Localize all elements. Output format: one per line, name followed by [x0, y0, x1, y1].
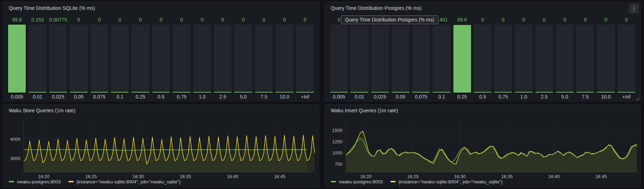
- series-area: [346, 138, 637, 172]
- legend-label[interactable]: nwaku-postgres:8003: [339, 179, 383, 184]
- insert-queries-chart: 75010001250150016:2016:2516:3016:3516:40…: [325, 105, 640, 187]
- panel-waku-store-queries: Waku Store Queries (1m rate) 3000400016:…: [3, 104, 319, 187]
- legend-swatch-yellow: [390, 181, 396, 182]
- bucket-label: 10.0: [275, 93, 293, 100]
- histogram-bar-column: 00.75: [494, 15, 512, 100]
- bucket-label: 0.05: [70, 93, 87, 100]
- legend-label[interactable]: nwaku-postgres:8003: [17, 179, 61, 184]
- x-tick-label: 16:40: [227, 174, 239, 179]
- histogram-bar-column: 05.0: [234, 15, 252, 100]
- histogram-bar-column: 99.60.25: [453, 15, 471, 100]
- histogram-bar-column: 00.75: [173, 15, 190, 100]
- bucket-label: 0.25: [131, 93, 149, 100]
- bar-track: [351, 25, 368, 93]
- bar-track: [70, 25, 87, 93]
- bar-value-label: 0: [91, 15, 108, 25]
- legend: nwaku-postgres:8003 {instance="nwaku-sql…: [9, 178, 181, 185]
- histogram-bar-column: 00.025: [371, 15, 389, 100]
- bar-track: [8, 25, 26, 93]
- x-tick-label: 16:40: [548, 174, 560, 179]
- bar-track: [576, 25, 594, 93]
- bar-value-label: 0: [193, 15, 211, 25]
- bucket-label: 0.025: [371, 93, 389, 100]
- legend-item-sqlite[interactable]: {instance="nwaku-sqlite:8004", job="nwak…: [390, 179, 502, 184]
- bucket-label: 2.5: [535, 93, 553, 100]
- bar-track: [111, 25, 129, 93]
- bar-track: [535, 25, 553, 93]
- histogram-bar-column: 00.005: [330, 15, 348, 100]
- bucket-label: 1.0: [193, 93, 211, 100]
- bar-track: [618, 25, 635, 93]
- store-queries-chart: 3000400016:2016:2516:3016:3516:4016:45: [3, 105, 319, 187]
- bucket-label: 7.5: [255, 93, 273, 100]
- histogram-bar-column: 00.05: [70, 15, 87, 100]
- bar-track: [91, 25, 108, 93]
- bucket-label: 0.75: [173, 93, 190, 100]
- panel-resize-handle[interactable]: [636, 97, 639, 100]
- bar-value-label: 0: [214, 15, 231, 25]
- bar-value-label: 0: [296, 15, 314, 25]
- bar-value-label: 0: [576, 15, 594, 25]
- x-tick-label: 16:35: [501, 174, 513, 179]
- histogram-bar-column: 010.0: [275, 15, 293, 100]
- bucket-label: 1.0: [515, 93, 532, 100]
- bucket-label: 5.0: [234, 93, 252, 100]
- y-tick-label: 1000: [332, 150, 342, 156]
- bar-value-label: 0: [618, 15, 635, 25]
- bar-value-label: 0.153: [29, 15, 46, 25]
- bar-track: [474, 25, 491, 93]
- bar-track: [234, 25, 252, 93]
- bar-value-label: 0: [556, 15, 574, 25]
- histogram-bar-column: 02.5: [535, 15, 553, 100]
- bar-value-label: 0: [474, 15, 491, 25]
- panel-query-time-postgres: Query Time Distribution Postgres (% ms) …: [325, 2, 640, 101]
- histogram-bar-column: 00.1: [111, 15, 129, 100]
- bucket-label: 0.5: [474, 93, 491, 100]
- panel-menu-button[interactable]: [629, 4, 639, 13]
- histogram-bar-column: 07.5: [255, 15, 273, 100]
- panel-title-sqlite[interactable]: Query Time Distribution SQLite (% ms): [3, 2, 319, 14]
- bar-track: [152, 25, 170, 93]
- legend-label[interactable]: {instance="nwaku-sqlite:8004", job="nwak…: [76, 179, 180, 184]
- bar-track: [296, 25, 314, 93]
- legend-item-postgres[interactable]: nwaku-postgres:8003: [331, 179, 383, 184]
- y-tick-label: 1250: [332, 139, 342, 144]
- bucket-label: 7.5: [576, 93, 594, 100]
- histogram-bar-column: 99.80.005: [8, 15, 26, 100]
- bar-value-label: 0: [275, 15, 293, 25]
- bar-value-label: 0: [515, 15, 532, 25]
- dashboard: Query Time Distribution SQLite (% ms) 99…: [0, 0, 644, 189]
- bar-value-label: 0: [152, 15, 170, 25]
- x-tick-label: 16:45: [274, 174, 286, 179]
- histogram-bar-column: 0.007750.025: [49, 15, 67, 100]
- panel-title-postgres[interactable]: Query Time Distribution Postgres (% ms): [325, 2, 640, 14]
- bar-track: [255, 25, 273, 93]
- time-series-plot: 3000400016:2016:2516:3016:3516:4016:45: [3, 105, 320, 188]
- bucket-label: 0.1: [111, 93, 129, 100]
- histogram-bar-column: 0.1530.01: [29, 15, 46, 100]
- legend-label[interactable]: {instance="nwaku-sqlite:8004", job="nwak…: [398, 179, 502, 184]
- bucket-label: 0.75: [494, 93, 512, 100]
- bar-value-label: 0: [535, 15, 553, 25]
- kebab-icon: [633, 6, 634, 11]
- bar-track: [494, 25, 512, 93]
- legend-item-sqlite[interactable]: {instance="nwaku-sqlite:8004", job="nwak…: [68, 179, 180, 184]
- bucket-label: 2.5: [214, 93, 231, 100]
- bar-track: [214, 25, 231, 93]
- bucket-label: 0.075: [412, 93, 430, 100]
- legend-swatch-yellow: [68, 181, 74, 182]
- bar-value-label: 99.8: [8, 15, 26, 25]
- bar-value-label: 0: [111, 15, 129, 25]
- bar-value-label: 0: [70, 15, 87, 25]
- legend-item-postgres[interactable]: nwaku-postgres:8003: [9, 179, 61, 184]
- panel-waku-insert-queries: Waku Insert Queries (1m rate) 7501000125…: [325, 104, 640, 187]
- bar-value-label: 0: [255, 15, 273, 25]
- histogram-bar-column: 0+Inf: [618, 15, 635, 100]
- bar-track: [49, 25, 67, 93]
- bar-value-label: 0: [234, 15, 252, 25]
- legend-swatch-green: [9, 181, 14, 182]
- bar-value-label: 0: [494, 15, 512, 25]
- bar-value-label: 0: [597, 15, 614, 25]
- bucket-label: 0.1: [433, 93, 450, 100]
- bar-track: [412, 25, 430, 93]
